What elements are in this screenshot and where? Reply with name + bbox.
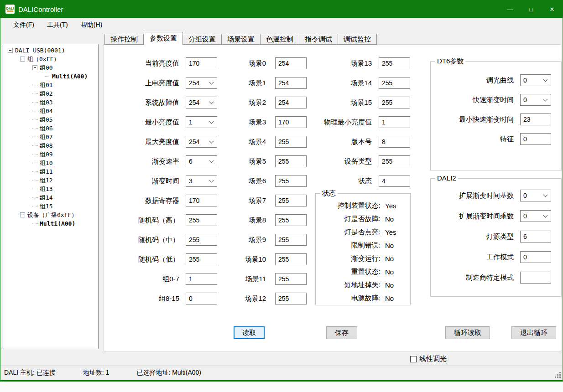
- app-window: DALI DALIController — □ ✕ 文件(F)工具(T)帮助(H…: [0, 0, 563, 382]
- field-input[interactable]: 1: [379, 116, 410, 128]
- tree-item[interactable]: DALI USB(0001): [3, 46, 98, 55]
- tab-2[interactable]: 分组设置: [183, 34, 222, 45]
- field-input[interactable]: 255: [275, 234, 307, 246]
- tree-item[interactable]: 组07: [3, 133, 98, 141]
- field-combobox[interactable]: 3: [186, 175, 217, 187]
- field-combobox[interactable]: 0: [520, 94, 551, 106]
- expander-icon[interactable]: [20, 212, 25, 217]
- menu-item-0[interactable]: 文件(F): [7, 19, 41, 31]
- field-label: 场景15: [305, 98, 372, 107]
- dt6-group-title: DT6参数: [435, 57, 465, 66]
- minimize-button[interactable]: —: [500, 0, 521, 18]
- status-row: 短地址掉失:No: [316, 279, 410, 292]
- field-combobox[interactable]: 254: [186, 136, 217, 148]
- field-input[interactable]: 255: [379, 57, 410, 69]
- field-input[interactable]: 255: [186, 214, 217, 226]
- tree-item[interactable]: 组（0xFF）: [3, 55, 98, 63]
- tree-item[interactable]: 组10: [3, 159, 98, 167]
- menu-item-2[interactable]: 帮助(H): [74, 19, 109, 31]
- checkbox-box[interactable]: [410, 356, 417, 362]
- tab-0[interactable]: 操作控制: [104, 34, 144, 45]
- field-input[interactable]: 255: [275, 195, 307, 206]
- tree-item[interactable]: 组12: [3, 176, 98, 185]
- tree-connector: [45, 76, 50, 77]
- maximize-button[interactable]: □: [521, 0, 542, 18]
- field-input[interactable]: 6: [520, 231, 551, 242]
- tree-item[interactable]: 组11: [3, 167, 98, 176]
- tree-item[interactable]: 组08: [3, 141, 98, 150]
- read-button[interactable]: 读取: [234, 326, 265, 339]
- tree-item[interactable]: 组03: [3, 98, 98, 107]
- tree-item[interactable]: 组05: [3, 115, 98, 124]
- tree-item[interactable]: 组04: [3, 107, 98, 115]
- input-value: 0: [189, 295, 193, 302]
- expander-icon[interactable]: [8, 48, 13, 53]
- tree-item[interactable]: 组15: [3, 202, 98, 211]
- field-input[interactable]: 170: [186, 57, 217, 69]
- form-row: 场景9255: [218, 234, 307, 246]
- tree-item[interactable]: Multi(A00): [3, 219, 98, 228]
- field-input[interactable]: 23: [520, 113, 551, 125]
- tree-item[interactable]: 组09: [3, 150, 98, 159]
- field-input[interactable]: 0: [186, 293, 217, 304]
- input-value: 255: [189, 236, 199, 243]
- field-input[interactable]: 255: [275, 175, 307, 187]
- field-input[interactable]: 0: [520, 133, 551, 145]
- tab-4[interactable]: 色温控制: [261, 34, 299, 45]
- field-combobox[interactable]: 1: [186, 116, 217, 128]
- tree-item[interactable]: 组01: [3, 81, 98, 89]
- tree-item-label: 组02: [40, 90, 53, 98]
- tree-item-label: 组04: [40, 107, 53, 115]
- field-input[interactable]: 255: [379, 155, 410, 167]
- tree-item[interactable]: 组02: [3, 89, 98, 98]
- exit-loop-button[interactable]: 退出循环: [511, 326, 556, 339]
- close-button[interactable]: ✕: [542, 0, 563, 18]
- field-input[interactable]: 254: [275, 57, 307, 69]
- tab-5[interactable]: 指令调试: [299, 34, 338, 45]
- field-input[interactable]: 255: [186, 234, 217, 246]
- expander-icon[interactable]: [20, 57, 25, 62]
- field-combobox[interactable]: 254: [186, 97, 217, 108]
- resize-grip[interactable]: [559, 377, 561, 378]
- loop-read-button[interactable]: 循环读取: [445, 326, 490, 339]
- field-combobox[interactable]: 0: [520, 74, 551, 86]
- field-input[interactable]: 255: [275, 155, 307, 167]
- field-input[interactable]: 254: [275, 77, 307, 89]
- field-input[interactable]: 170: [275, 116, 307, 128]
- field-input[interactable]: 255: [275, 273, 307, 285]
- field-input[interactable]: 8: [379, 136, 410, 148]
- expander-icon[interactable]: [32, 65, 37, 70]
- field-input[interactable]: 4: [379, 175, 410, 187]
- tree-item[interactable]: 组06: [3, 124, 98, 133]
- field-input[interactable]: 170: [186, 195, 217, 206]
- field-input[interactable]: 254: [275, 97, 307, 108]
- save-button[interactable]: 保存: [326, 326, 357, 339]
- tree-item[interactable]: Multi(A00): [3, 72, 98, 81]
- field-label: 当前亮度值: [112, 59, 179, 68]
- tree-item[interactable]: 组00: [3, 63, 98, 72]
- tab-6[interactable]: 调试监控: [338, 34, 377, 45]
- field-input[interactable]: 255: [275, 214, 307, 226]
- field-input[interactable]: 1: [186, 273, 217, 285]
- field-label: 场景13: [305, 59, 372, 68]
- menu-item-1[interactable]: 工具(T): [41, 19, 74, 31]
- status-label: 灯是否点亮:: [316, 228, 381, 237]
- tab-1[interactable]: 参数设置: [144, 32, 183, 45]
- field-combobox[interactable]: 0: [520, 210, 551, 222]
- field-input[interactable]: 255: [275, 293, 307, 304]
- tree-item[interactable]: 组14: [3, 193, 98, 202]
- field-input[interactable]: 0: [520, 251, 551, 263]
- tree-item[interactable]: 设备（广播0xFF）: [3, 211, 98, 219]
- linear-dimming-checkbox[interactable]: 线性调光: [410, 355, 447, 363]
- field-combobox[interactable]: 0: [520, 190, 551, 201]
- field-combobox[interactable]: 6: [186, 155, 217, 167]
- field-input[interactable]: 255: [379, 77, 410, 89]
- field-input[interactable]: 255: [186, 253, 217, 265]
- field-input[interactable]: 255: [275, 253, 307, 265]
- tab-3[interactable]: 场景设置: [222, 34, 261, 45]
- field-input[interactable]: 255: [379, 97, 410, 108]
- tree-item[interactable]: 组13: [3, 185, 98, 193]
- field-input[interactable]: 255: [275, 136, 307, 148]
- field-combobox[interactable]: 254: [186, 77, 217, 89]
- field-input[interactable]: [520, 272, 551, 284]
